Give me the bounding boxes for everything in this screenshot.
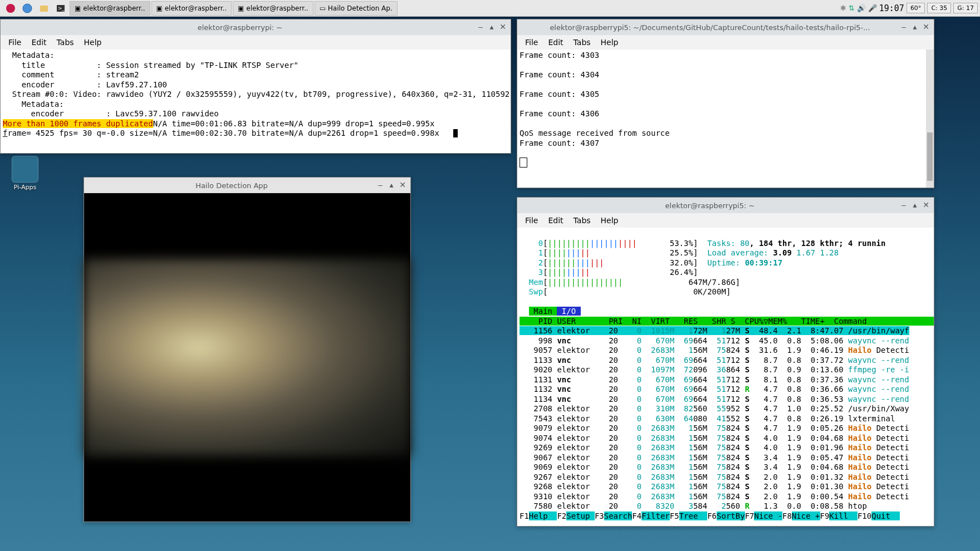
taskbar-item-0[interactable]: ▣ elektor@raspberr.. xyxy=(70,1,150,16)
maximize-button[interactable]: ▴ xyxy=(387,181,396,190)
mic-icon[interactable]: 🎤 xyxy=(868,4,877,12)
terminal-icon: ▣ xyxy=(156,4,163,12)
scroll-thumb[interactable] xyxy=(927,132,933,181)
menu-tabs[interactable]: Tabs xyxy=(569,36,595,48)
scrollbar[interactable] xyxy=(926,50,934,188)
window-title: Hailo Detection App xyxy=(87,181,376,190)
taskbar-item-label: elektor@raspberr.. xyxy=(246,4,308,12)
titlebar[interactable]: Hailo Detection App ‒ ▴ ✕ xyxy=(84,178,410,193)
taskbar-item-label: elektor@raspberr.. xyxy=(165,4,227,12)
window-title: elektor@raspberrypi5: ~/Documents/GitHub… xyxy=(521,23,899,32)
video-frame xyxy=(84,259,410,456)
menu-file[interactable]: File xyxy=(521,214,542,227)
svg-point-0 xyxy=(6,4,15,13)
maximize-button[interactable]: ▴ xyxy=(910,201,919,210)
close-button[interactable]: ✕ xyxy=(498,23,507,32)
terminal-icon: ▣ xyxy=(75,4,81,12)
clock[interactable]: 19:07 xyxy=(879,3,904,13)
menu-file[interactable]: File xyxy=(4,36,26,48)
svg-text:>_: >_ xyxy=(58,6,65,11)
menubar: File Edit Tabs Help xyxy=(517,213,934,228)
terminal-output[interactable]: Metadata: title : Session streamed by "T… xyxy=(1,50,511,153)
gpu-indicator[interactable]: G: 17 xyxy=(953,3,978,13)
network-icon[interactable]: ⇅ xyxy=(849,4,855,12)
temp-indicator[interactable]: 60° xyxy=(906,3,925,13)
files-icon[interactable] xyxy=(37,1,51,16)
window-term-framecount: elektor@raspberrypi5: ~/Documents/GitHub… xyxy=(517,19,934,188)
menu-edit[interactable]: Edit xyxy=(543,214,567,227)
taskbar-item-label: Hailo Detection Ap. xyxy=(328,4,393,12)
bluetooth-icon[interactable]: ✱ xyxy=(840,4,846,12)
terminal-output[interactable]: 0[||||||||||||||||||| 53.3%] Tasks: 80, … xyxy=(517,228,934,526)
minimize-button[interactable]: ‒ xyxy=(376,181,385,190)
window-hailo-detection: Hailo Detection App ‒ ▴ ✕ xyxy=(84,177,411,522)
video-icon: ▭ xyxy=(320,4,326,12)
menubar: File Edit Tabs Help xyxy=(517,35,934,50)
web-icon[interactable] xyxy=(20,1,35,16)
piapps-label: Pi-Apps xyxy=(6,184,45,191)
svg-rect-2 xyxy=(40,6,48,12)
maximize-button[interactable]: ▴ xyxy=(910,23,919,32)
menu-edit[interactable]: Edit xyxy=(27,36,51,48)
terminal-output[interactable]: Frame count: 4303 Frame count: 4304 Fram… xyxy=(517,50,934,188)
menu-help[interactable]: Help xyxy=(596,214,623,227)
minimize-button[interactable]: ‒ xyxy=(899,201,908,210)
maximize-button[interactable]: ▴ xyxy=(487,23,496,32)
terminal-icon: ▣ xyxy=(238,4,244,12)
window-title: elektor@raspberrypi5: ~ xyxy=(521,201,899,210)
menu-tabs[interactable]: Tabs xyxy=(569,214,595,227)
close-button[interactable]: ✕ xyxy=(922,23,930,32)
piapps-icon xyxy=(12,156,38,183)
minimize-button[interactable]: ‒ xyxy=(899,23,908,32)
video-viewport xyxy=(84,193,410,522)
titlebar[interactable]: elektor@raspberrypi5: ~ ‒ ▴ ✕ xyxy=(517,198,934,213)
taskbar-item-label: elektor@raspberr.. xyxy=(83,4,145,12)
close-button[interactable]: ✕ xyxy=(398,181,407,190)
menu-tabs[interactable]: Tabs xyxy=(52,36,79,48)
menubar: File Edit Tabs Help xyxy=(1,35,511,50)
svg-point-1 xyxy=(23,4,32,13)
taskbar-item-3[interactable]: ▭ Hailo Detection Ap. xyxy=(315,1,398,16)
window-term-htop: elektor@raspberrypi5: ~ ‒ ▴ ✕ File Edit … xyxy=(517,197,934,527)
menu-help[interactable]: Help xyxy=(80,36,106,48)
taskbar-item-1[interactable]: ▣ elektor@raspberr.. xyxy=(151,1,232,16)
menu-help[interactable]: Help xyxy=(596,36,623,48)
desktop-icon-piapps[interactable]: Pi-Apps xyxy=(6,156,45,191)
taskbar: >_ ▣ elektor@raspberr.. ▣ elektor@raspbe… xyxy=(0,0,980,17)
terminal-launcher-icon[interactable]: >_ xyxy=(53,1,68,16)
window-title: elektor@raspberrypi: ~ xyxy=(4,23,476,32)
titlebar[interactable]: elektor@raspberrypi5: ~/Documents/GitHub… xyxy=(517,19,934,35)
menu-file[interactable]: File xyxy=(521,36,542,48)
menu-edit[interactable]: Edit xyxy=(543,36,567,48)
titlebar[interactable]: elektor@raspberrypi: ~ ‒ ▴ ✕ xyxy=(1,19,511,35)
window-term-ffmpeg: elektor@raspberrypi: ~ ‒ ▴ ✕ File Edit T… xyxy=(0,19,511,154)
sound-icon[interactable]: 🔊 xyxy=(857,4,866,12)
taskbar-item-2[interactable]: ▣ elektor@raspberr.. xyxy=(233,1,313,16)
menu-icon[interactable] xyxy=(3,1,18,16)
close-button[interactable]: ✕ xyxy=(922,201,930,210)
cpu-indicator[interactable]: C: 35 xyxy=(927,3,951,13)
minimize-button[interactable]: ‒ xyxy=(476,23,485,32)
